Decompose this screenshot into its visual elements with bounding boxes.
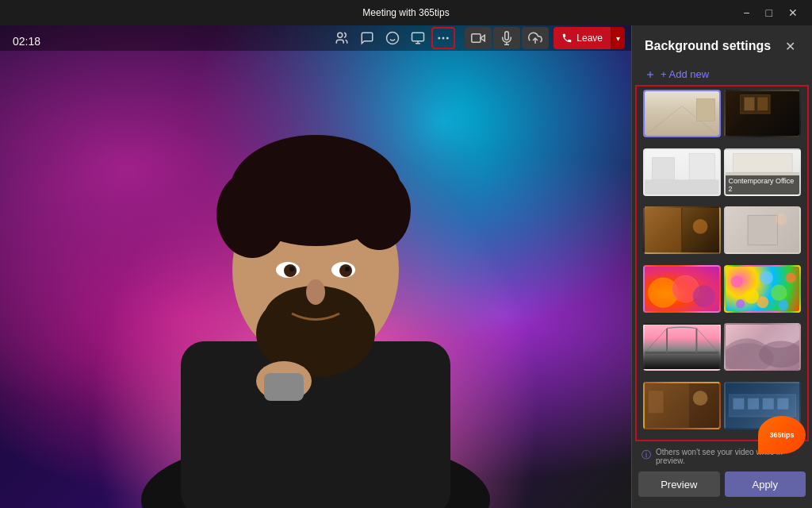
svg-point-61 [778,300,788,310]
svg-rect-42 [652,157,674,179]
svg-rect-17 [264,373,304,401]
background-thumb-bubbles2[interactable] [724,265,802,313]
svg-point-19 [387,33,399,44]
svg-rect-75 [748,398,759,409]
background-thumb-office4[interactable] [643,382,721,429]
svg-rect-49 [748,215,777,244]
background-thumb-office3[interactable] [643,206,721,254]
svg-line-65 [645,329,667,353]
timer-display: 02:18 [13,35,40,48]
share-screen-icon[interactable] [406,27,430,49]
background-thumb-hills[interactable] [724,323,802,371]
toolbar-icons: Leave ▾ [330,27,631,49]
svg-line-35 [645,106,682,136]
svg-point-48 [693,219,708,234]
participant-video [117,87,514,508]
svg-rect-40 [757,97,768,110]
background-thumb-bridge[interactable] [643,323,721,371]
camera-button[interactable] [465,27,492,49]
svg-point-57 [771,284,787,301]
svg-point-56 [760,271,773,284]
title-bar: Meeting with 365tips − □ ✕ [0,0,812,25]
svg-marker-28 [481,35,485,41]
svg-rect-43 [689,153,715,179]
leave-dropdown[interactable]: ▾ [611,27,625,49]
info-icon: ⓘ [642,448,651,462]
svg-point-26 [442,37,445,40]
365tips-badge[interactable]: 365tips [758,416,806,454]
leave-button[interactable]: Leave ▾ [553,27,625,49]
svg-point-59 [736,299,745,308]
svg-point-71 [693,391,708,406]
background-thumb-room1[interactable] [643,90,721,137]
more-options-icon[interactable] [431,27,455,49]
window-title: Meeting with 365tips [362,7,449,18]
close-button[interactable]: ✕ [783,5,802,21]
svg-point-50 [775,214,787,225]
leave-call-button[interactable]: Leave [553,27,611,49]
panel-close-button[interactable]: ✕ [780,37,799,56]
background-thumb-room3[interactable] [643,148,721,196]
svg-rect-45 [733,153,792,171]
preview-button[interactable]: Preview [638,471,720,497]
svg-rect-29 [472,34,481,43]
add-new-label: + Add new [661,68,709,80]
svg-point-14 [345,267,350,271]
svg-point-54 [730,275,742,287]
svg-rect-46 [645,208,682,252]
panel-title: Background settings [645,39,771,53]
background-thumb-bubbles1[interactable] [643,265,721,313]
svg-rect-39 [744,97,754,110]
panel-header: Background settings ✕ [632,25,812,64]
panel-buttons-row: Preview Apply [638,471,806,497]
svg-point-25 [439,37,441,40]
background-thumb-room2[interactable] [724,90,802,137]
mic-button[interactable] [493,27,520,49]
svg-rect-37 [696,98,714,121]
svg-rect-70 [689,383,718,428]
svg-rect-76 [762,398,773,409]
add-new-button[interactable]: + Add new [632,64,812,85]
svg-point-5 [216,171,288,258]
svg-rect-72 [649,391,664,413]
apply-button[interactable]: Apply [725,471,806,497]
svg-rect-41 [645,179,718,194]
svg-rect-74 [733,398,744,409]
svg-rect-22 [412,33,424,41]
svg-point-6 [347,171,411,250]
svg-point-18 [338,33,343,37]
svg-point-55 [744,289,759,304]
leave-label: Leave [576,33,603,44]
thumb-label-office2: Contemporary Office 2 [726,175,800,194]
video-area: 02:18 [0,25,631,508]
svg-point-27 [446,37,449,40]
reactions-icon[interactable] [381,27,404,49]
svg-point-15 [306,279,325,305]
svg-rect-77 [777,398,788,409]
call-controls-bar: 02:18 [0,25,631,51]
window-controls: − □ ✕ [738,5,802,21]
background-thumb-office2[interactable]: Contemporary Office 2 [724,148,802,196]
svg-line-66 [696,329,718,353]
svg-point-13 [289,267,294,271]
background-thumb-room4[interactable] [724,206,802,254]
svg-point-58 [785,272,795,283]
minimize-button[interactable]: − [738,5,754,21]
badge-text: 365tips [769,431,794,440]
chat-icon[interactable] [355,27,379,49]
svg-point-53 [693,285,715,307]
svg-point-60 [756,296,768,308]
participants-icon[interactable] [330,27,354,49]
maximize-button[interactable]: □ [761,5,777,21]
share-button[interactable] [522,27,549,49]
main-content: 02:18 [0,25,812,508]
background-thumbnails-grid: Contemporary Office 2 [635,85,809,441]
